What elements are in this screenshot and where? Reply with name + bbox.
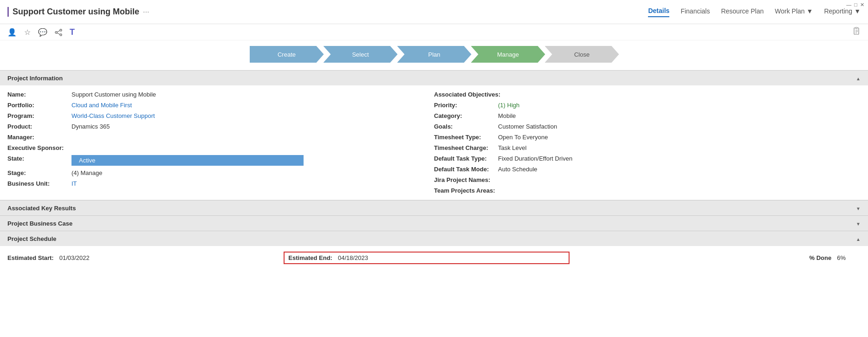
step-select-label: Select bbox=[352, 51, 369, 58]
clipboard-icon bbox=[852, 29, 861, 37]
business-unit-value[interactable]: IT bbox=[71, 180, 77, 187]
estimated-start-label: Estimated Start: bbox=[7, 254, 54, 261]
svg-rect-5 bbox=[854, 28, 859, 34]
project-information-header[interactable]: Project Information bbox=[0, 70, 868, 85]
project-schedule-title: Project Schedule bbox=[7, 235, 56, 242]
project-business-case-toggle[interactable] bbox=[856, 220, 861, 227]
info-portfolio: Portfolio: Cloud and Mobile First bbox=[7, 102, 434, 109]
icon-bar-left: 👤 ☆ 💬 T bbox=[7, 27, 75, 37]
step-create[interactable]: Create bbox=[250, 46, 324, 63]
step-manage[interactable]: Manage bbox=[471, 46, 545, 63]
goals-label: Goals: bbox=[434, 123, 494, 130]
percent-done-value: 6% bbox=[837, 254, 846, 261]
right-icon bbox=[852, 27, 861, 37]
state-label: State: bbox=[7, 155, 68, 162]
teams-icon[interactable]: T bbox=[70, 27, 75, 37]
associated-key-results-header[interactable]: Associated Key Results bbox=[0, 200, 868, 215]
nav-financials[interactable]: Financials bbox=[680, 7, 710, 17]
associated-key-results-toggle[interactable] bbox=[856, 204, 861, 212]
project-schedule-toggle[interactable] bbox=[856, 235, 861, 242]
info-executive-sponsor: Executive Sponsor: bbox=[7, 144, 434, 151]
project-info-right: Associated Objectives: Priority: (1) Hig… bbox=[434, 91, 861, 194]
svg-point-0 bbox=[60, 29, 62, 31]
portfolio-label: Portfolio: bbox=[7, 102, 68, 109]
project-info-left: Name: Support Customer using Mobile Port… bbox=[7, 91, 434, 194]
nav-details[interactable]: Details bbox=[648, 7, 669, 17]
nav-reporting[interactable]: Reporting ▼ bbox=[824, 7, 861, 17]
person-icon[interactable]: 👤 bbox=[7, 28, 17, 37]
info-state: State: Active bbox=[7, 155, 434, 166]
step-close-label: Close bbox=[574, 51, 589, 58]
executive-sponsor-label: Executive Sponsor: bbox=[7, 144, 68, 151]
state-badge: Active bbox=[71, 155, 304, 166]
estimated-end-value: 04/18/2023 bbox=[338, 254, 368, 261]
default-task-type-value: Fixed Duration/Effort Driven bbox=[498, 155, 572, 162]
svg-line-4 bbox=[57, 33, 60, 34]
top-bar: Support Customer using Mobile ··· Detail… bbox=[0, 0, 868, 24]
info-default-task-mode: Default Task Mode: Auto Schedule bbox=[434, 166, 861, 173]
svg-point-2 bbox=[60, 34, 62, 36]
project-business-case-header[interactable]: Project Business Case bbox=[0, 215, 868, 231]
progress-steps: Create Select Plan Manage Close bbox=[0, 40, 868, 70]
step-plan-label: Plan bbox=[428, 51, 440, 58]
project-schedule-header[interactable]: Project Schedule bbox=[0, 231, 868, 246]
nav-work-plan[interactable]: Work Plan ▼ bbox=[775, 7, 813, 17]
step-manage-label: Manage bbox=[497, 51, 519, 58]
info-business-unit: Business Unit: IT bbox=[7, 180, 434, 187]
associated-objectives-label: Associated Objectives: bbox=[434, 91, 500, 98]
default-task-type-label: Default Task Type: bbox=[434, 155, 494, 162]
info-name: Name: Support Customer using Mobile bbox=[7, 91, 434, 98]
info-program: Program: World-Class Customer Support bbox=[7, 112, 434, 119]
info-product: Product: Dynamics 365 bbox=[7, 123, 434, 130]
page-title: Support Customer using Mobile bbox=[7, 7, 139, 17]
top-bar-left: Support Customer using Mobile ··· bbox=[7, 7, 149, 17]
step-plan[interactable]: Plan bbox=[397, 46, 472, 63]
name-value: Support Customer using Mobile bbox=[71, 91, 156, 98]
project-schedule-content: Estimated Start: 01/03/2022 Estimated En… bbox=[0, 246, 868, 270]
svg-rect-6 bbox=[855, 27, 857, 29]
percent-done-label: % Done bbox=[810, 254, 832, 261]
maximize-button[interactable]: □ bbox=[854, 2, 857, 8]
step-select[interactable]: Select bbox=[324, 46, 398, 63]
name-label: Name: bbox=[7, 91, 68, 98]
manager-label: Manager: bbox=[7, 134, 68, 141]
timesheet-charge-value: Task Level bbox=[498, 144, 526, 151]
comment-icon[interactable]: 💬 bbox=[38, 28, 47, 37]
step-close[interactable]: Close bbox=[545, 46, 619, 63]
jira-project-names-label: Jira Project Names: bbox=[434, 176, 494, 183]
project-information-toggle[interactable] bbox=[856, 74, 861, 82]
stage-label: Stage: bbox=[7, 169, 68, 176]
star-icon[interactable]: ☆ bbox=[24, 28, 31, 37]
business-unit-label: Business Unit: bbox=[7, 180, 68, 187]
timesheet-type-label: Timesheet Type: bbox=[434, 134, 494, 141]
goals-value: Customer Satisfaction bbox=[498, 123, 557, 130]
info-jira-project-names: Jira Project Names: bbox=[434, 176, 861, 183]
category-label: Category: bbox=[434, 112, 494, 119]
info-timesheet-charge: Timesheet Charge: Task Level bbox=[434, 144, 861, 151]
reporting-label: Reporting bbox=[824, 7, 852, 15]
priority-label: Priority: bbox=[434, 102, 494, 109]
product-value: Dynamics 365 bbox=[71, 123, 110, 130]
portfolio-value[interactable]: Cloud and Mobile First bbox=[71, 102, 132, 109]
priority-value: (1) High bbox=[498, 102, 519, 109]
info-timesheet-type: Timesheet Type: Open To Everyone bbox=[434, 134, 861, 141]
icon-bar: 👤 ☆ 💬 T bbox=[0, 24, 868, 40]
program-value[interactable]: World-Class Customer Support bbox=[71, 112, 155, 119]
svg-line-3 bbox=[57, 31, 60, 32]
close-button[interactable]: ✕ bbox=[860, 2, 864, 8]
work-plan-chevron-icon: ▼ bbox=[807, 7, 813, 15]
estimated-end-label: Estimated End: bbox=[288, 254, 332, 261]
info-goals: Goals: Customer Satisfaction bbox=[434, 123, 861, 130]
category-value: Mobile bbox=[498, 112, 516, 119]
top-nav: Details Financials Resource Plan Work Pl… bbox=[648, 7, 861, 17]
info-associated-objectives: Associated Objectives: bbox=[434, 91, 861, 98]
info-stage: Stage: (4) Manage bbox=[7, 169, 434, 176]
minimize-button[interactable]: — bbox=[846, 2, 851, 8]
product-label: Product: bbox=[7, 123, 68, 130]
project-information-content: Name: Support Customer using Mobile Port… bbox=[0, 85, 868, 200]
stage-value: (4) Manage bbox=[71, 169, 102, 176]
nav-resource-plan[interactable]: Resource Plan bbox=[721, 7, 764, 17]
svg-point-1 bbox=[55, 32, 57, 33]
title-ellipsis[interactable]: ··· bbox=[143, 8, 149, 16]
share-icon[interactable] bbox=[55, 28, 62, 36]
